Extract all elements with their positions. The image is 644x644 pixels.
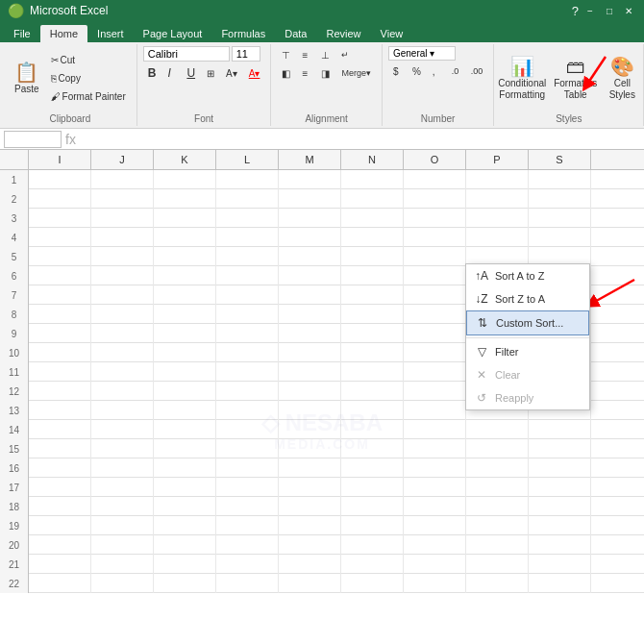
merge-button[interactable]: Merge▾ (336, 64, 376, 82)
cell[interactable] (216, 228, 279, 247)
cell[interactable] (154, 478, 216, 497)
comma-button[interactable]: , (428, 62, 445, 80)
cell[interactable] (279, 555, 341, 574)
cell[interactable] (216, 439, 279, 458)
cell[interactable] (154, 324, 216, 343)
row-header[interactable]: 11 (0, 362, 29, 382)
cell[interactable] (154, 343, 216, 362)
cell[interactable] (29, 228, 91, 247)
cell[interactable] (341, 170, 404, 189)
row-header[interactable]: 19 (0, 516, 29, 535)
cell[interactable] (216, 497, 279, 516)
cell[interactable] (341, 574, 404, 593)
cell[interactable] (91, 305, 154, 324)
cell[interactable] (341, 382, 404, 401)
cell[interactable] (91, 324, 154, 343)
cell[interactable] (341, 439, 404, 458)
cell[interactable] (29, 420, 91, 439)
cell[interactable] (279, 247, 341, 266)
cell[interactable] (279, 535, 341, 555)
cell[interactable] (91, 266, 154, 285)
row-header[interactable]: 7 (0, 285, 29, 305)
cell[interactable] (529, 439, 591, 458)
cell[interactable] (279, 420, 341, 439)
row-header[interactable]: 21 (0, 555, 29, 574)
cell[interactable] (29, 458, 91, 478)
cell[interactable] (341, 266, 404, 285)
row-header[interactable]: 10 (0, 343, 29, 362)
menu-item-sort-z-a[interactable]: ↓Z Sort Z to A (466, 287, 589, 310)
cell[interactable] (216, 343, 279, 362)
row-header[interactable]: 6 (0, 266, 29, 285)
row-header[interactable]: 22 (0, 574, 29, 593)
col-header-o[interactable]: O (404, 150, 466, 169)
col-header-l[interactable]: L (216, 150, 279, 169)
cell[interactable] (529, 189, 591, 209)
cell[interactable] (341, 285, 404, 305)
row-header[interactable]: 20 (0, 535, 29, 555)
cell[interactable] (341, 458, 404, 478)
cell[interactable] (404, 362, 466, 382)
cell[interactable] (29, 574, 91, 593)
cell[interactable] (341, 535, 404, 555)
cell[interactable] (529, 516, 591, 535)
cell[interactable] (279, 285, 341, 305)
cell[interactable] (91, 343, 154, 362)
cell[interactable] (279, 478, 341, 497)
cell[interactable] (466, 555, 529, 574)
cell[interactable] (29, 439, 91, 458)
cell[interactable] (154, 574, 216, 593)
cell[interactable] (91, 555, 154, 574)
cell[interactable] (29, 343, 91, 362)
cell[interactable] (466, 209, 529, 228)
cell[interactable] (91, 362, 154, 382)
cell[interactable] (529, 497, 591, 516)
cell[interactable] (404, 266, 466, 285)
tab-file[interactable]: File (4, 25, 40, 42)
cell[interactable] (29, 535, 91, 555)
row-header[interactable]: 2 (0, 189, 29, 209)
cell[interactable] (154, 401, 216, 420)
cell[interactable] (91, 420, 154, 439)
cell[interactable] (404, 382, 466, 401)
cell[interactable] (279, 516, 341, 535)
decrease-decimal-button[interactable]: .0 (447, 62, 464, 80)
cell-styles-button[interactable]: 🎨 CellStyles (607, 50, 637, 108)
cell[interactable] (29, 478, 91, 497)
cell[interactable] (216, 458, 279, 478)
cell[interactable] (154, 266, 216, 285)
cell[interactable] (341, 516, 404, 535)
wrap-text-button[interactable]: ↵ (336, 46, 354, 63)
number-format-select[interactable]: General ▾ (388, 46, 456, 61)
cell[interactable] (466, 478, 529, 497)
align-right-button[interactable]: ◨ (316, 64, 334, 82)
cell[interactable] (154, 305, 216, 324)
cell[interactable] (154, 189, 216, 209)
tab-view[interactable]: View (371, 25, 413, 42)
row-header[interactable]: 4 (0, 228, 29, 247)
row-header[interactable]: 1 (0, 170, 29, 189)
cell[interactable] (529, 574, 591, 593)
align-top-button[interactable]: ⊤ (277, 46, 295, 63)
row-header[interactable]: 16 (0, 458, 29, 478)
align-middle-button[interactable]: ≡ (297, 46, 314, 63)
cell[interactable] (404, 574, 466, 593)
menu-item-sort-a-z[interactable]: ↑A Sort A to Z (466, 264, 589, 287)
col-header-j[interactable]: J (91, 150, 154, 169)
cell[interactable] (216, 189, 279, 209)
border-button[interactable]: ⊞ (202, 63, 219, 83)
fill-color-button[interactable]: A▾ (221, 63, 242, 83)
cell[interactable] (341, 497, 404, 516)
format-as-table-button[interactable]: 🗃 Format as Table (546, 50, 605, 108)
cell[interactable] (529, 555, 591, 574)
cell[interactable] (29, 209, 91, 228)
cell[interactable] (404, 420, 466, 439)
cell[interactable] (341, 247, 404, 266)
cell[interactable] (29, 170, 91, 189)
cell[interactable] (279, 189, 341, 209)
name-box[interactable] (4, 131, 62, 148)
col-header-m[interactable]: M (279, 150, 341, 169)
cell[interactable] (404, 170, 466, 189)
cell[interactable] (341, 305, 404, 324)
cell[interactable] (91, 382, 154, 401)
